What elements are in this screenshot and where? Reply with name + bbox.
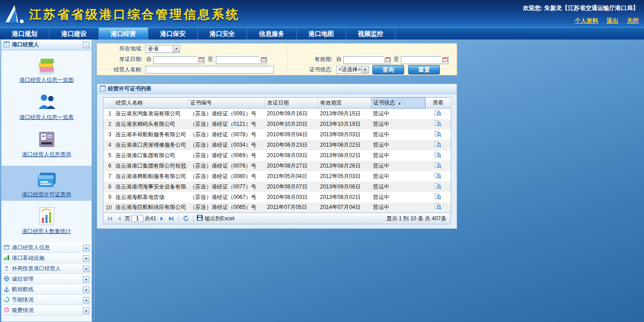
collapse-panel-button[interactable]: - <box>83 42 89 48</box>
tab-port-safety[interactable]: 港口安全 <box>198 28 247 40</box>
calendar-icon[interactable] <box>441 56 448 63</box>
col-header-issue-date[interactable]: 发证日期 <box>265 98 318 109</box>
operator-name-input[interactable] <box>146 66 274 74</box>
expand-group-button[interactable]: + <box>83 297 89 303</box>
cell-issue-date: 2010年09月16日 <box>265 109 318 119</box>
first-page-icon[interactable] <box>106 214 114 223</box>
col-header-cert-no[interactable]: 证书编号 <box>188 98 265 109</box>
expand-group-button[interactable]: + <box>83 276 89 282</box>
sort-asc-icon: ▲ <box>398 101 401 105</box>
cert-status-select[interactable]: =请选择= ▼ <box>336 66 369 74</box>
export-excel-button[interactable]: 输出到Excel <box>197 215 234 223</box>
cell-valid-to: 2013年10月19日 <box>318 119 371 129</box>
reset-button[interactable]: 重置 <box>408 65 440 74</box>
table-row[interactable]: 3 连云港丰裕船舶服务有限公司 （苏连）港经证（0078）号 2010年09月0… <box>103 129 451 140</box>
people-icon <box>1 91 92 112</box>
region-select[interactable]: 全省 ▼ <box>146 45 180 53</box>
app-logo-icon <box>3 2 26 27</box>
sidebar-item-label: 港口经营人数量统计 <box>22 228 71 235</box>
table-row[interactable]: 5 连云港港口集团有限公司 （苏连）港经证（0069）号 2010年08月03日… <box>103 150 451 161</box>
cell-valid-to: 2013年09月06日 <box>318 182 371 192</box>
cell-operator-name: 连云港港口房屋维修服务公司 <box>113 140 188 150</box>
col-header-status[interactable]: 证书状态▲ <box>371 98 425 109</box>
tab-video-monitor[interactable]: 视频监控 <box>346 28 395 40</box>
expand-group-button[interactable]: + <box>83 245 89 251</box>
cell-operator-name: 连云港港口集团有限公司 <box>113 150 188 161</box>
sidebar-item-operator-info-query[interactable]: 港口经营人信息查询 <box>1 129 92 159</box>
calendar-icon[interactable] <box>260 56 267 63</box>
cell-operator-name: 连云港东鸿集装箱有限公司 <box>113 109 188 119</box>
list-icon <box>100 85 106 93</box>
table-row[interactable]: 9 连云港海航基地货场 （苏连）港经证（0067）号 2010年08月03日 2… <box>103 192 451 203</box>
view-magnifier-icon[interactable] <box>434 110 441 116</box>
view-magnifier-icon[interactable] <box>434 162 441 168</box>
view-magnifier-icon[interactable] <box>434 183 441 189</box>
sidebar-item-operator-overview-table[interactable]: 港口经营人信息一览表 <box>1 91 92 121</box>
sidebar-group-integrity[interactable]: 诚信管理 + <box>1 274 92 284</box>
sidebar-item-operator-overview-chart[interactable]: 港口经营人信息一览图 <box>1 54 92 84</box>
table-row[interactable]: 1 连云港东鸿集装箱有限公司 （苏连）港经证（0091）号 2010年09月16… <box>103 109 451 119</box>
col-header-operator-name[interactable]: 经营人名称 <box>113 98 188 109</box>
table-row[interactable]: 4 连云港港口房屋维修服务公司 （苏连）港经证（0034）号 2010年06月2… <box>103 140 451 150</box>
view-magnifier-icon[interactable] <box>434 173 441 179</box>
tab-port-construction[interactable]: 港口建设 <box>49 28 99 40</box>
table-row[interactable]: 2 连云港东粮码头有限公司 （苏连）港经证（0121）号 2010年10月20日… <box>103 119 451 129</box>
calendar-icon[interactable] <box>197 56 204 63</box>
view-magnifier-icon[interactable] <box>434 152 441 158</box>
refresh-icon[interactable] <box>182 214 190 223</box>
license-card-icon <box>1 168 92 189</box>
sidebar-splitter[interactable] <box>92 40 97 322</box>
view-magnifier-icon[interactable] <box>434 193 441 200</box>
profile-link[interactable]: 个人资料 <box>575 17 598 24</box>
table-row[interactable]: 10 连云港海巨船舶供应有限公司 （苏连）港经证（0065）号 2011年07月… <box>103 203 451 213</box>
cell-valid-to: 2013年09月03日 <box>318 129 371 140</box>
logout-link[interactable]: 退出 <box>607 17 619 24</box>
view-magnifier-icon[interactable] <box>434 131 441 137</box>
page-number-input[interactable] <box>132 215 143 222</box>
tab-info-service[interactable]: 信息服务 <box>247 28 297 40</box>
issue-date-label: 发证日期: <box>97 54 142 64</box>
next-page-icon[interactable] <box>157 214 166 223</box>
cell-status: 营运中 <box>371 129 425 140</box>
sidebar-group-energy[interactable]: 节能情况 + <box>1 295 92 305</box>
cell-cert-no: （苏连）港经证（0077）号 <box>188 182 265 192</box>
sidebar-panel-title: 港口经营人 <box>12 41 83 49</box>
query-button[interactable]: 查询 <box>372 65 404 74</box>
panel-icon <box>4 41 10 49</box>
view-magnifier-icon[interactable] <box>434 203 441 210</box>
col-header-view: 查看 <box>425 98 451 109</box>
expand-group-button[interactable]: + <box>83 255 89 262</box>
table-row[interactable]: 8 连云港港湾海事安全设备有限... （苏连）港经证（0077）号 2010年0… <box>103 182 451 192</box>
sidebar-group-fees[interactable]: 规费情况 + <box>1 305 92 316</box>
table-row[interactable]: 6 连云港港口集团有限公司轮驳... （苏连）港经证（0076）号 2010年0… <box>103 161 451 171</box>
sidebar-group-infrastructure[interactable]: 港口基础设施 + <box>1 253 92 263</box>
cell-valid-to: 2013年08月26日 <box>318 161 371 171</box>
expand-group-button[interactable]: + <box>83 287 89 293</box>
sidebar-item-operator-statistics[interactable]: 港口经营人数量统计 <box>1 205 92 235</box>
cell-issue-date: 2010年06月23日 <box>265 140 318 150</box>
sidebar-group-foreign-investment[interactable]: 外商投资港口经营人 + <box>1 263 92 274</box>
tab-port-operation[interactable]: 港口经营 <box>99 28 148 40</box>
view-magnifier-icon[interactable] <box>434 120 441 127</box>
cell-operator-name: 连云港海航基地货场 <box>113 192 188 203</box>
prev-page-icon[interactable] <box>115 214 123 223</box>
tab-port-map[interactable]: 港口地图 <box>297 28 346 40</box>
expand-group-button[interactable]: + <box>83 266 89 272</box>
record-count-summary: 显示 1 到 10 条 共 407条 <box>386 215 448 223</box>
total-pages-label: 共41 <box>145 215 156 223</box>
license-list-panel: 经营许可证书列表 经营人名称 证书编号 发证日期 有效期至 <box>97 84 457 229</box>
expand-group-button[interactable]: + <box>83 307 89 314</box>
tab-port-security[interactable]: 港口保安 <box>148 28 198 40</box>
app-header: 江苏省省级港口综合管理信息系统 欢迎您: 朱新龙【江苏省交通运输厅港口局】 个人… <box>0 0 644 27</box>
cell-valid-to: 2013年06月22日 <box>318 140 371 150</box>
table-row[interactable]: 7 连云港港腾船舶服务有限公司 （苏连）港经证（0080）号 2011年05月0… <box>103 171 451 182</box>
close-link[interactable]: 关闭 <box>627 17 639 24</box>
calendar-icon[interactable] <box>384 56 390 63</box>
sidebar-item-license-query[interactable]: 港口经营许可证查询 <box>1 166 92 201</box>
sidebar-group-operator-info[interactable]: 港口经营人信息 + <box>1 243 92 253</box>
sidebar-group-routes[interactable]: 航班航线 + <box>1 284 92 295</box>
col-header-valid-to[interactable]: 有效期至 <box>318 98 371 109</box>
last-page-icon[interactable] <box>167 214 175 223</box>
tab-port-planning[interactable]: 港口规划 <box>0 28 49 40</box>
view-magnifier-icon[interactable] <box>434 141 441 148</box>
